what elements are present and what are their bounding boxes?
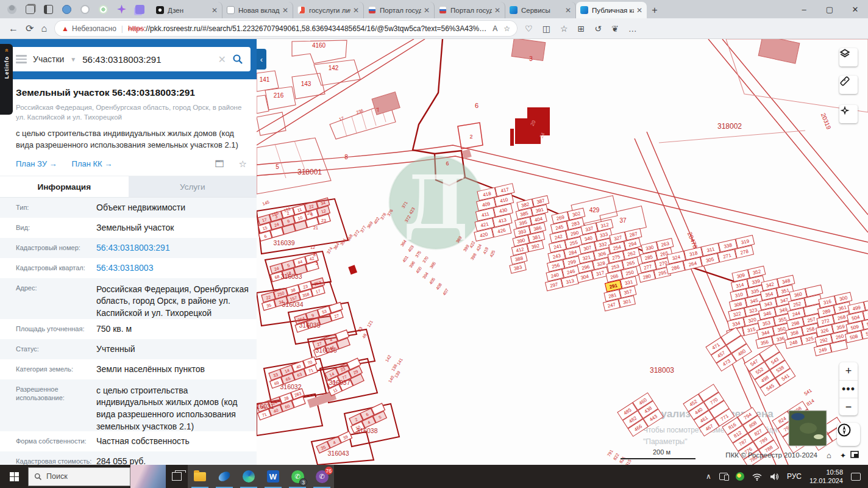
taskbar-app-explorer[interactable] <box>188 465 212 488</box>
widgets-thumbnail[interactable] <box>130 465 166 488</box>
profile-icon[interactable] <box>7 5 16 14</box>
chevron-down-icon[interactable]: ▼ <box>70 56 76 63</box>
reload-icon[interactable]: ⟳ <box>26 23 34 34</box>
browser-tab[interactable]: Портал госуда ✕ <box>364 2 435 18</box>
hidden-icons-caret[interactable]: ∧ <box>706 472 711 481</box>
star-icon[interactable]: ☆ <box>239 159 247 170</box>
scale-bar: 200 м <box>621 448 695 459</box>
restore-button[interactable]: ▢ <box>817 0 842 18</box>
clock[interactable]: 10:58 12.01.2024 <box>809 468 843 486</box>
extension-gray-icon[interactable] <box>80 5 90 14</box>
layers-button[interactable] <box>839 48 858 66</box>
home-icon[interactable]: ⌂ <box>41 23 47 34</box>
extension-blue-icon[interactable] <box>62 5 71 14</box>
map-label: 17 <box>338 116 344 121</box>
tab-close-icon[interactable]: ✕ <box>282 7 288 14</box>
tab-close-icon[interactable]: ✕ <box>565 7 571 14</box>
zoom-more-button[interactable]: ••• <box>839 380 858 398</box>
settings-more-icon[interactable]: … <box>628 24 637 34</box>
task-view-button[interactable] <box>166 465 188 488</box>
tab-close-icon[interactable]: ✕ <box>636 7 642 14</box>
extension-teal-icon[interactable] <box>99 5 108 14</box>
tab-close-icon[interactable]: ✕ <box>424 7 430 14</box>
plan-kk-link[interactable]: План КК → <box>72 159 113 168</box>
collections-icon[interactable]: ⊞ <box>577 24 585 34</box>
doc-search-icon[interactable]: 🗔 <box>215 159 224 169</box>
start-button[interactable] <box>0 465 28 488</box>
letyshops-ribbon[interactable]: » Letinfo <box>0 44 13 115</box>
map-label: 316035 <box>299 321 320 329</box>
url-field[interactable]: ▲ Небезопасно | https ://pkk.rosreestr.r… <box>54 20 518 37</box>
clear-search-icon[interactable]: ✕ <box>218 54 226 65</box>
favorite-star-icon[interactable]: ☆ <box>503 24 510 33</box>
info-row-value[interactable]: 56:43:0318003 <box>96 262 257 274</box>
identify-marker-button[interactable] <box>839 105 858 123</box>
taskbar-search[interactable]: Поиск <box>28 467 130 486</box>
map-home-icon[interactable]: ⌂ <box>827 451 831 460</box>
tab-close-icon[interactable]: ✕ <box>353 7 359 14</box>
taskbar-app-edge[interactable] <box>237 465 261 488</box>
extension-spark-icon[interactable] <box>117 5 126 14</box>
close-button[interactable]: ✕ <box>842 0 868 18</box>
panel-collapse-chevron[interactable]: ‹ <box>257 49 266 70</box>
menu-icon[interactable] <box>16 55 27 63</box>
browser-essentials-icon[interactable]: ♡ <box>525 24 533 34</box>
map-fullscreen-icon[interactable] <box>851 451 858 458</box>
new-tab-button[interactable]: + <box>647 2 663 18</box>
zoom-in-button[interactable]: + <box>839 362 858 380</box>
notification-center-icon[interactable] <box>851 473 861 481</box>
antivirus-icon[interactable] <box>736 472 744 481</box>
language-indicator[interactable]: РУС <box>787 472 802 481</box>
browser-tab[interactable]: госуслуги лич ✕ <box>293 2 364 18</box>
search-icon[interactable] <box>232 54 243 65</box>
tab-favicon <box>368 6 376 14</box>
tab-services[interactable]: Услуги <box>129 176 257 197</box>
map-label: 142 <box>385 354 392 363</box>
browser-tab[interactable]: Новая вкладк ✕ <box>222 2 293 18</box>
extension-squares-icon[interactable] <box>135 5 144 14</box>
map-marker-icon[interactable]: ✦ <box>840 451 846 460</box>
split-screen-icon[interactable]: ◫ <box>542 24 550 34</box>
map-canvas[interactable]: Д Актуализация завершена Чтобы посмотрет… <box>257 39 868 465</box>
copy-stack-icon[interactable] <box>26 5 35 14</box>
info-row-label: Статус: <box>16 345 96 353</box>
wifi-icon[interactable] <box>752 473 762 481</box>
taskbar-app-viber[interactable]: ✆76 <box>310 465 334 488</box>
back-icon[interactable]: ← <box>9 23 18 34</box>
favorites-icon[interactable]: ☆ <box>560 24 568 34</box>
cadastral-map[interactable]: Д Актуализация завершена Чтобы посмотрет… <box>257 39 868 465</box>
url-text: ://pkk.rosreestr.ru/#/search/51.22326707… <box>144 24 488 33</box>
history-icon[interactable]: ↺ <box>594 24 602 34</box>
browser-tab[interactable]: Публичная ка ✕ <box>576 2 647 18</box>
window-controls: – ▢ ✕ <box>791 0 868 18</box>
plan-zu-link[interactable]: План ЗУ → <box>16 159 57 168</box>
read-aloud-icon[interactable]: A <box>493 24 497 33</box>
map-label: 316034 <box>282 301 303 308</box>
tray-date: 12.01.2024 <box>809 476 843 485</box>
minimize-button[interactable]: – <box>791 0 817 18</box>
taskbar-app-photos[interactable] <box>212 465 237 488</box>
locate-compass-button[interactable] <box>837 423 860 446</box>
taskbar-app-word[interactable]: W <box>261 465 285 488</box>
minimap[interactable] <box>789 411 827 446</box>
browser-tab[interactable]: Портал госуда ✕ <box>435 2 505 18</box>
extension-shield-icon[interactable]: ❦ <box>611 24 619 34</box>
volume-icon[interactable] <box>770 473 779 481</box>
map-label: 316038 <box>356 427 377 434</box>
tab-close-icon[interactable]: ✕ <box>212 7 218 14</box>
taskbar-app-whatsapp[interactable]: ✆3 <box>285 465 310 488</box>
tab-favicon <box>227 6 235 14</box>
search-input[interactable] <box>82 54 212 65</box>
device-link-icon[interactable] <box>719 473 728 480</box>
browser-tab[interactable]: Дзен ✕ <box>152 2 222 18</box>
map-label: 37 <box>619 217 627 224</box>
browser-tab[interactable]: Сервисы ✕ <box>505 2 576 18</box>
tab-close-icon[interactable]: ✕ <box>494 7 500 14</box>
search-category[interactable]: Участки <box>33 54 64 64</box>
zoom-out-button[interactable]: − <box>839 398 858 415</box>
info-row-value[interactable]: 56:43:0318003:291 <box>96 242 257 254</box>
measure-ruler-button[interactable] <box>839 76 858 94</box>
map-label: 316036 <box>315 346 336 354</box>
sidebar-icon[interactable] <box>44 5 53 14</box>
tab-information[interactable]: Информация <box>0 176 129 197</box>
